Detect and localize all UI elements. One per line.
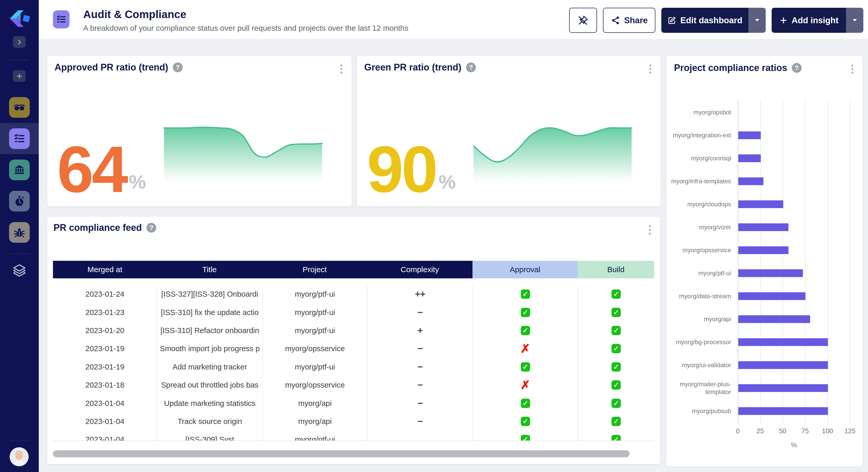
column-header-complexity: Complexity — [367, 261, 472, 278]
sidebar-item-bugs[interactable] — [0, 217, 39, 248]
cell-title: Smooth import job progress p — [157, 340, 262, 357]
bar-myorg/infra-templates[interactable] — [738, 178, 764, 185]
cell-build: ✓ — [578, 303, 654, 321]
cell-approval: ✓ — [472, 321, 578, 340]
add-insight-caret[interactable] — [846, 8, 863, 33]
sidebar-divider — [10, 253, 29, 254]
cell-merged-at: 2023-01-19 — [53, 358, 157, 376]
check-pass-icon: ✓ — [612, 326, 621, 335]
check-pass-icon: ✓ — [612, 417, 621, 426]
table-row[interactable]: 2023-01-19Add marketing trackermyorg/ptf… — [53, 358, 654, 376]
bar-label: myorg/opsservice — [666, 239, 735, 261]
sidebar-collapse-button[interactable] — [13, 36, 26, 48]
glasses-icon — [9, 97, 30, 118]
bar-label: myorg/bg-processor — [666, 331, 735, 353]
bar-myorg/bg-processor[interactable] — [738, 338, 828, 346]
cell-title: Update marketing statistics — [157, 394, 262, 412]
kebab-menu-icon[interactable] — [850, 63, 855, 75]
cell-merged-at: 2023-01-04 — [53, 412, 157, 431]
kebab-menu-icon[interactable] — [648, 63, 653, 75]
bar-myorg/cloudops[interactable] — [738, 200, 783, 208]
sidebar-item-timers[interactable] — [0, 185, 39, 217]
kebab-menu-icon[interactable] — [647, 224, 652, 236]
check-pass-icon: ✓ — [612, 308, 621, 317]
bar-myorg/integration-ext[interactable] — [738, 131, 761, 139]
cell-project: myorg/api — [262, 394, 367, 412]
help-icon[interactable]: ? — [792, 63, 802, 73]
bar-myorg/mailer-plus-templator[interactable] — [738, 384, 828, 392]
cell-project: myorg/opsservice — [262, 376, 367, 394]
bar-label: myorg/pubsub — [666, 400, 735, 422]
x-axis-tick: 0 — [736, 427, 740, 435]
bar-myorg/opsservice[interactable] — [738, 246, 788, 254]
check-pass-icon: ✓ — [521, 362, 530, 372]
kebab-menu-icon[interactable] — [339, 63, 344, 75]
column-header-title: Title — [157, 261, 262, 278]
help-icon[interactable]: ? — [173, 62, 183, 72]
add-dashboard-button[interactable] — [13, 70, 26, 82]
cell-project: myorg/ptf-ui — [262, 303, 367, 321]
cell-build: ✓ — [578, 412, 654, 431]
x-axis-tick: 125 — [844, 427, 855, 435]
bar-label: myorg/vizer — [666, 216, 735, 239]
bar-myorg/data-stream[interactable] — [738, 292, 805, 300]
check-pass-icon: ✓ — [612, 289, 621, 299]
table-row[interactable]: 2023-01-19Smooth import job progress pmy… — [53, 340, 654, 357]
chart-gridline — [828, 99, 828, 424]
stopwatch-icon — [9, 191, 30, 212]
bar-myorg/ptf-ui[interactable] — [738, 269, 803, 277]
bar-label: myorg/connsql — [666, 147, 735, 170]
page-subtitle: A breakdown of your compliance status ov… — [83, 24, 408, 33]
cell-approval: ✓ — [472, 358, 578, 376]
help-icon[interactable]: ? — [147, 223, 156, 233]
user-avatar[interactable] — [9, 447, 29, 466]
cell-merged-at: 2023-01-18 — [53, 376, 157, 394]
bar-myorg/connsql[interactable] — [738, 154, 761, 162]
checklist-icon — [56, 14, 66, 25]
sidebar-item-governance[interactable] — [0, 154, 39, 185]
pr-compliance-feed-card: PR compliance feed ? Merged atTitleProje… — [47, 217, 660, 464]
bar-myorg/api[interactable] — [738, 315, 810, 323]
x-axis-tick: 50 — [779, 427, 786, 435]
share-button[interactable]: Share — [603, 8, 655, 33]
table-row[interactable]: 2023-01-04Track source originmyorg/api−✓… — [53, 412, 654, 431]
check-pass-icon: ✓ — [612, 344, 621, 353]
edit-dashboard-caret[interactable] — [748, 8, 766, 33]
bar-label: myorg/infra-templates — [666, 170, 735, 193]
bar-myorg/vizer[interactable] — [738, 223, 788, 231]
sidebar — [0, 0, 39, 472]
table-row[interactable]: 2023-01-04[ISS-309] Systmyorg/ptf-ui✓✓ — [53, 431, 654, 441]
cell-merged-at: 2023-01-20 — [53, 321, 157, 340]
edit-dashboard-button[interactable]: Edit dashboard — [661, 8, 766, 33]
check-pass-icon: ✓ — [521, 289, 530, 299]
table-row[interactable]: 2023-01-18Spread out throttled jobs basm… — [53, 376, 654, 394]
horizontal-scrollbar[interactable] — [53, 450, 629, 457]
table-row[interactable]: 2023-01-04Update marketing statisticsmyo… — [53, 394, 654, 412]
cell-build: ✓ — [578, 394, 654, 412]
table-row[interactable]: 2023-01-24[ISS-327][ISS-328] Onboardimyo… — [53, 285, 654, 303]
x-axis-tick: 75 — [801, 427, 809, 435]
approved-pr-ratio-card: Approved PR ratio (trend) ? 64 % — [47, 56, 351, 206]
chart-gridline — [850, 99, 850, 424]
layers-icon — [12, 262, 27, 278]
sidebar-item-layers[interactable] — [11, 262, 27, 278]
add-insight-button[interactable]: Add insight — [772, 8, 863, 33]
app-logo-icon[interactable] — [7, 9, 31, 29]
check-pass-icon: ✓ — [521, 435, 530, 441]
plus-icon — [16, 72, 23, 80]
table-row[interactable]: 2023-01-23[ISS-310] fix the update actio… — [53, 303, 654, 321]
cell-build: ✓ — [578, 285, 654, 303]
unpin-button[interactable] — [569, 8, 597, 33]
bank-icon — [9, 160, 30, 180]
column-header-build: Build — [578, 261, 654, 278]
table-row[interactable]: 2023-01-20[ISS-310] Refactor onboardinmy… — [53, 321, 654, 340]
bar-label: myorg/api — [666, 308, 735, 331]
cell-approval: ✓ — [472, 412, 578, 431]
metric-value: 90 % — [367, 141, 456, 194]
sidebar-item-audit-checklist[interactable] — [0, 123, 39, 154]
check-pass-icon: ✓ — [612, 380, 621, 390]
bar-myorg/ui-validator[interactable] — [738, 361, 828, 369]
help-icon[interactable]: ? — [466, 62, 476, 72]
sidebar-item-review[interactable] — [0, 92, 39, 123]
bar-myorg/pubsub[interactable] — [738, 407, 828, 415]
